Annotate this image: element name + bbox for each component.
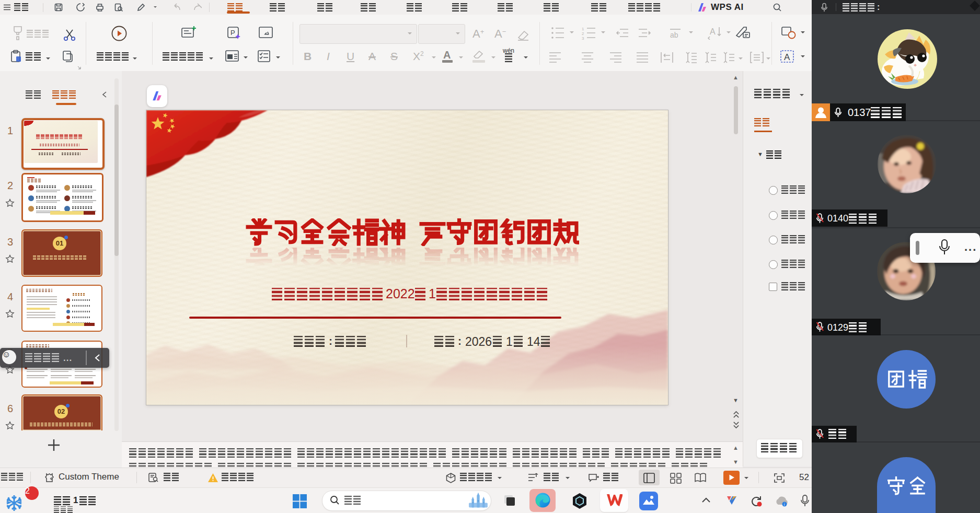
svg-text:A: A <box>710 27 716 36</box>
svg-text:i: i <box>783 502 785 507</box>
svg-text:3: 3 <box>582 36 584 40</box>
svg-text:A: A <box>784 52 790 62</box>
svg-text:P: P <box>230 29 235 37</box>
svg-text:2: 2 <box>582 31 584 36</box>
svg-text:1: 1 <box>582 27 584 31</box>
svg-text:ab: ab <box>670 31 678 39</box>
